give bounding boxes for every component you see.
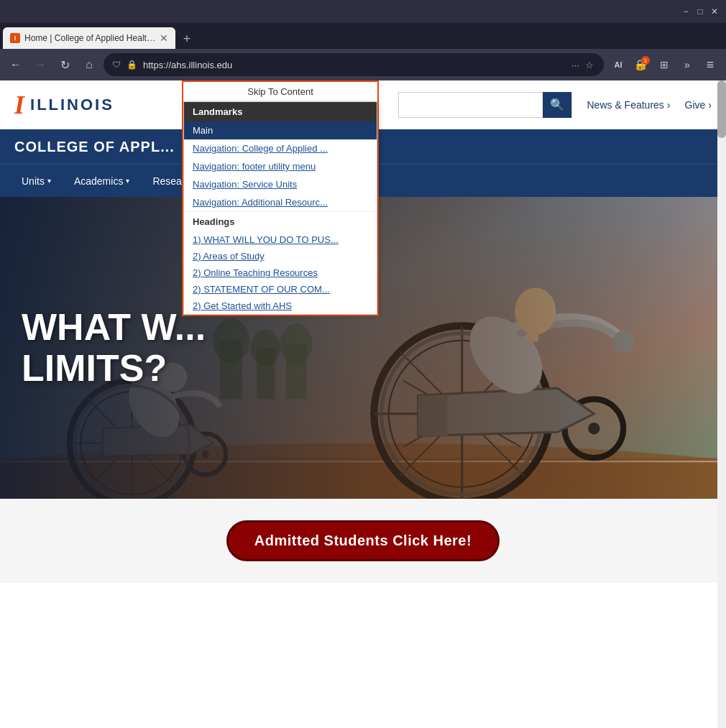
heading-2-online[interactable]: 2) Online Teaching Resources bbox=[184, 264, 377, 281]
extension-button[interactable]: 🔐 1 bbox=[631, 55, 651, 75]
admitted-section: Admitted Students Click Here! bbox=[0, 499, 726, 583]
maximize-button[interactable]: □ bbox=[694, 6, 706, 17]
tab-title: Home | College of Applied Health S bbox=[24, 33, 155, 43]
browser-window: − □ ✕ I Home | College of Applied Health… bbox=[0, 0, 726, 728]
logo-i: I bbox=[14, 92, 24, 118]
nav-academics-label: Academics bbox=[74, 175, 123, 187]
headings-title: Headings bbox=[184, 211, 377, 231]
heading-2-statement[interactable]: 2) STATEMENT OF OUR COM... bbox=[184, 281, 377, 298]
hero-text: WHAT W...LIMITS? bbox=[22, 307, 206, 389]
back-button[interactable]: ← bbox=[6, 55, 26, 75]
address-text: https://ahs.illinois.edu bbox=[143, 60, 564, 70]
heading-2-getstarted[interactable]: 2) Get Started with AHS bbox=[184, 298, 377, 314]
nav-academics-chevron: ▾ bbox=[126, 177, 129, 185]
extension-badge: 1 bbox=[641, 56, 650, 65]
forward-button[interactable]: → bbox=[30, 55, 50, 75]
tab-close-button[interactable]: ✕ bbox=[160, 32, 168, 44]
nav-units-label: Units bbox=[22, 175, 45, 187]
more-tools-button[interactable]: » bbox=[677, 55, 697, 75]
search-input[interactable] bbox=[399, 93, 543, 117]
news-features-link[interactable]: News & Features › bbox=[587, 99, 670, 111]
scrollbar[interactable] bbox=[717, 80, 726, 728]
tab-favicon: I bbox=[10, 33, 20, 43]
landmark-college-nav[interactable]: Navigation: College of Applied ... bbox=[184, 139, 377, 157]
reload-button[interactable]: ↻ bbox=[55, 55, 75, 75]
nav-units-chevron: ▾ bbox=[47, 177, 51, 185]
heading-1[interactable]: 1) WHAT WILL YOU DO TO PUS... bbox=[184, 231, 377, 248]
shield-icon: 🛡 bbox=[112, 60, 121, 70]
news-features-text: News & Features bbox=[587, 99, 663, 111]
lock-icon: 🔒 bbox=[127, 60, 137, 70]
give-link[interactable]: Give › bbox=[685, 99, 712, 111]
nav-academics[interactable]: Academics ▾ bbox=[64, 170, 139, 193]
options-icon[interactable]: ··· bbox=[570, 58, 581, 72]
menu-button[interactable]: ≡ bbox=[700, 55, 720, 75]
header-right: 🔍 News & Features › Give › bbox=[398, 92, 712, 118]
search-button[interactable]: 🔍 bbox=[543, 92, 571, 118]
landmark-main[interactable]: Main bbox=[184, 121, 377, 139]
college-name: COLLEGE OF APPL... bbox=[14, 139, 175, 155]
scrollbar-thumb[interactable] bbox=[717, 80, 726, 138]
address-bar[interactable]: 🛡 🔒 https://ahs.illinois.edu ··· ☆ bbox=[104, 53, 604, 76]
nav-units[interactable]: Units ▾ bbox=[12, 170, 61, 193]
new-tab-button[interactable]: + bbox=[177, 29, 197, 49]
tab-bar: I Home | College of Applied Health S ✕ + bbox=[0, 23, 726, 49]
close-button[interactable]: ✕ bbox=[709, 6, 720, 17]
landmark-additional-nav[interactable]: Navigation: Additional Resourc... bbox=[184, 193, 377, 211]
window-controls: − □ ✕ bbox=[680, 6, 720, 17]
give-text: Give bbox=[685, 99, 706, 111]
search-bar: 🔍 bbox=[398, 92, 572, 118]
landmark-footer-nav[interactable]: Navigation: footer utility menu bbox=[184, 157, 377, 175]
address-actions: ··· ☆ bbox=[570, 58, 595, 72]
ai-button[interactable]: AI bbox=[608, 55, 628, 75]
minimize-button[interactable]: − bbox=[680, 6, 691, 17]
search-icon: 🔍 bbox=[550, 98, 564, 111]
skip-to-content-button[interactable]: Skip To Content bbox=[183, 82, 377, 101]
active-tab[interactable]: I Home | College of Applied Health S ✕ bbox=[3, 27, 175, 49]
title-bar: − □ ✕ bbox=[0, 0, 726, 23]
page-content: Skip To Content Landmarks Main Navigatio… bbox=[0, 80, 726, 728]
landmark-service-nav[interactable]: Navigation: Service Units bbox=[184, 175, 377, 193]
news-features-chevron: › bbox=[667, 99, 671, 111]
toolbar-right: AI 🔐 1 ⊞ » ≡ bbox=[608, 55, 720, 75]
give-chevron: › bbox=[708, 99, 712, 111]
admitted-students-button[interactable]: Admitted Students Click Here! bbox=[226, 520, 500, 561]
home-button[interactable]: ⌂ bbox=[79, 55, 99, 75]
landmarks-panel: Landmarks Main Navigation: College of Ap… bbox=[183, 101, 377, 315]
landmarks-title: Landmarks bbox=[184, 102, 377, 121]
logo-text: ILLINOIS bbox=[30, 96, 114, 114]
skip-to-content-popup: Skip To Content Landmarks Main Navigatio… bbox=[182, 80, 379, 316]
bookmark-icon[interactable]: ☆ bbox=[584, 58, 595, 72]
copy-button[interactable]: ⊞ bbox=[654, 55, 674, 75]
toolbar: ← → ↻ ⌂ 🛡 🔒 https://ahs.illinois.edu ···… bbox=[0, 49, 726, 80]
heading-2-areas[interactable]: 2) Areas of Study bbox=[184, 248, 377, 264]
illinois-logo[interactable]: I ILLINOIS bbox=[14, 92, 114, 118]
